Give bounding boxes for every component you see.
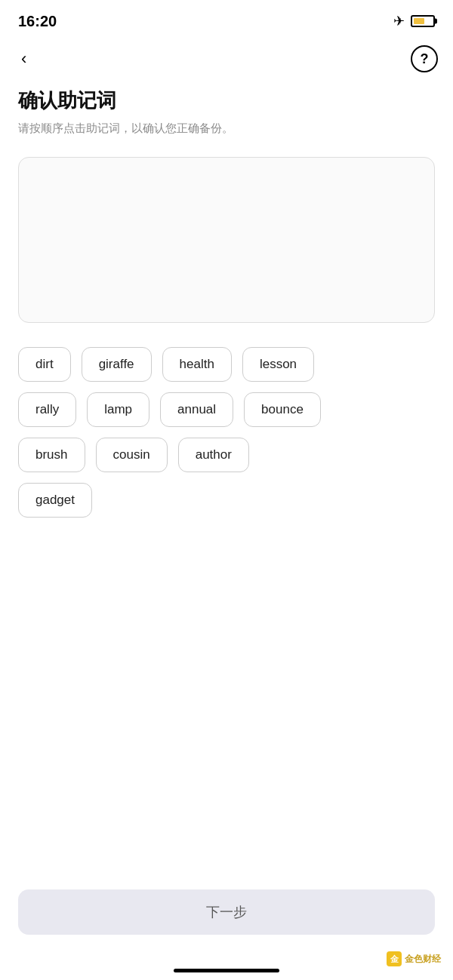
word-row-1: rallylampannualbounce xyxy=(18,392,435,427)
mnemonic-input-area[interactable] xyxy=(18,157,435,323)
watermark-label: 金色财经 xyxy=(405,953,441,966)
word-grid: dirtgiraffehealthlessonrallylampannualbo… xyxy=(0,338,453,527)
battery-fill xyxy=(414,18,424,24)
watermark: 金 金色财经 xyxy=(387,951,441,966)
home-indicator xyxy=(174,969,279,972)
word-chip-cousin[interactable]: cousin xyxy=(96,438,168,472)
status-time: 16:20 xyxy=(18,13,57,30)
word-chip-bounce[interactable]: bounce xyxy=(244,392,321,427)
word-chip-lesson[interactable]: lesson xyxy=(242,347,314,382)
back-button[interactable]: ‹ xyxy=(15,48,32,70)
page-title: 确认助记词 xyxy=(18,88,435,114)
next-button-container: 下一步 xyxy=(18,889,435,935)
airplane-icon: ✈ xyxy=(393,13,405,29)
word-chip-brush[interactable]: brush xyxy=(18,438,85,472)
word-chip-dirt[interactable]: dirt xyxy=(18,347,71,382)
word-chip-gadget[interactable]: gadget xyxy=(18,483,92,518)
word-row-3: gadget xyxy=(18,483,435,518)
next-button[interactable]: 下一步 xyxy=(18,889,435,935)
status-bar: 16:20 ✈ xyxy=(0,0,453,39)
page-header: 确认助记词 请按顺序点击助记词，以确认您正确备份。 xyxy=(0,78,453,142)
word-chip-health[interactable]: health xyxy=(162,347,232,382)
word-row-2: brushcousinauthor xyxy=(18,438,435,472)
page-subtitle: 请按顺序点击助记词，以确认您正确备份。 xyxy=(18,120,435,136)
nav-bar: ‹ ? xyxy=(0,39,453,78)
word-chip-giraffe[interactable]: giraffe xyxy=(82,347,152,382)
word-row-0: dirtgiraffehealthlesson xyxy=(18,347,435,382)
word-chip-annual[interactable]: annual xyxy=(160,392,233,427)
word-chip-author[interactable]: author xyxy=(178,438,249,472)
word-chip-rally[interactable]: rally xyxy=(18,392,76,427)
help-button[interactable]: ? xyxy=(411,45,438,72)
word-chip-lamp[interactable]: lamp xyxy=(87,392,149,427)
watermark-icon: 金 xyxy=(387,951,402,966)
battery-icon xyxy=(411,15,435,27)
status-icons: ✈ xyxy=(393,13,435,29)
